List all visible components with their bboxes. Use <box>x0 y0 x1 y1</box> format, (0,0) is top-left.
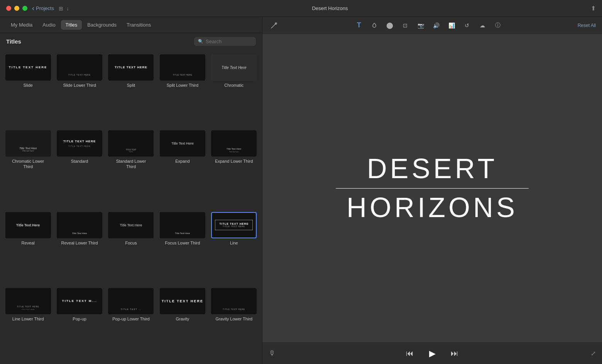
window-title: Desert Horizons <box>312 5 348 11</box>
title-item-label: Standard <box>71 158 88 164</box>
title-item-label: Split <box>127 83 135 88</box>
title-item-label: Chromatic <box>224 83 244 88</box>
titlebar-icons: ⬆ <box>591 5 596 12</box>
title-item-expand-lower[interactable]: Title Text Here Title text here Expand L… <box>209 129 259 209</box>
title-item-chromatic-lower[interactable]: Title Text Here Title text here Chromati… <box>3 129 53 209</box>
search-input[interactable] <box>206 39 252 44</box>
title-item-split[interactable]: TITLE TEXT HERE Split <box>106 53 156 127</box>
playback-controls: 🎙 ⏮ ▶ ⏭ ⤢ <box>262 342 602 364</box>
title-item-label: Expand <box>175 158 189 164</box>
title-item-reveal-lower[interactable]: Title Text Here Reveal Lower Third <box>54 211 104 285</box>
title-item-standard[interactable]: TITLE TEXT HERE TITLE TEXT HERE Standard <box>54 129 104 209</box>
title-item-label: Line Lower Third <box>12 316 44 322</box>
title-item-label: Pop-up Lower Third <box>112 316 149 322</box>
title-item-reveal[interactable]: Title Text Here Reveal <box>3 211 53 285</box>
play-button[interactable]: ▶ <box>425 347 439 361</box>
tab-backgrounds[interactable]: Backgrounds <box>83 20 121 30</box>
preview-content: DESERT HORIZONS <box>336 153 529 222</box>
title-item-label: Chromatic LowerThird <box>12 158 44 170</box>
grid-icon[interactable]: ⊞ <box>59 5 63 12</box>
crop-tool-icon[interactable]: ⊡ <box>400 20 411 31</box>
minimize-button[interactable] <box>14 6 19 11</box>
inspector-tools: T ⬤ ⊡ 📷 🔊 📊 ↺ ☁ ⓘ <box>353 20 503 31</box>
left-panel: My Media Audio Titles Backgrounds Transi… <box>0 17 262 364</box>
tab-titles[interactable]: Titles <box>61 20 82 30</box>
title-item-label: Gravity <box>176 316 189 322</box>
down-arrow-icon[interactable]: ↓ <box>66 5 69 12</box>
search-icon: 🔍 <box>198 39 203 44</box>
inspector-toolbar: T ⬤ ⊡ 📷 🔊 📊 ↺ ☁ ⓘ Reset All <box>262 17 602 34</box>
text-tool-icon[interactable]: T <box>353 20 364 31</box>
camera-tool-icon[interactable]: 📷 <box>415 20 426 31</box>
color-tool-icon[interactable]: ⬤ <box>384 20 395 31</box>
info-tool-icon[interactable]: ⓘ <box>492 20 503 31</box>
title-item-label: Focus <box>125 240 137 246</box>
title-item-focus-lower[interactable]: Title Text Here Focus Lower Third <box>157 211 207 285</box>
title-item-split-lower[interactable]: TITLE TEXT HERE Split Lower Third <box>157 53 207 127</box>
tab-bar: My Media Audio Titles Backgrounds Transi… <box>0 17 262 33</box>
main-container: My Media Audio Titles Backgrounds Transi… <box>0 17 602 364</box>
title-item-label: Line <box>230 240 238 246</box>
rewind-button[interactable]: ⏮ <box>404 347 416 360</box>
preview-area: DESERT HORIZONS <box>262 34 602 342</box>
title-item-popup[interactable]: TITLE TEXT M... Pop-up <box>54 286 104 361</box>
title-item-gravity-lower[interactable]: TITLE TEXT HERE Gravity Lower Third <box>209 286 259 361</box>
preview-divider <box>336 188 529 189</box>
title-item-slide-lower[interactable]: TITLE TEXT HERE Slide Lower Third <box>54 53 104 127</box>
title-item-label: Slide <box>23 83 32 88</box>
title-item-chromatic[interactable]: Title Text Here Chromatic <box>209 53 259 127</box>
title-item-popup-lower[interactable]: TITLE TEXT ... Pop-up Lower Third <box>106 286 156 361</box>
chart-tool-icon[interactable]: 📊 <box>446 20 457 31</box>
share-icon[interactable]: ⬆ <box>591 5 596 12</box>
title-item-label: Reveal Lower Third <box>61 240 98 246</box>
tab-my-media[interactable]: My Media <box>6 20 37 30</box>
titlebar: Projects ⊞ ↓ Desert Horizons ⬆ <box>0 0 602 17</box>
tab-audio[interactable]: Audio <box>38 20 60 30</box>
titles-grid: TITLE TEXT HERE Slide TITLE TEXT HERE Sl… <box>0 50 262 364</box>
titles-label: Titles <box>6 38 21 45</box>
close-button[interactable] <box>6 6 11 11</box>
noise-tool-icon[interactable]: ☁ <box>477 20 488 31</box>
title-item-label: Split Lower Third <box>167 83 198 88</box>
fullscreen-button[interactable]: ⤢ <box>591 350 596 357</box>
title-item-line[interactable]: TITLE TEXT HERE TITLE TEXT HERE Line <box>209 211 259 285</box>
title-item-label: Focus Lower Third <box>165 240 200 246</box>
title-item-label: Expand Lower Third <box>215 158 253 164</box>
title-item-line-lower[interactable]: TITLE TEXT HERE TITLE TEXT HERE Line Low… <box>3 286 53 361</box>
magic-wand-icon[interactable] <box>269 20 279 31</box>
search-box[interactable]: 🔍 <box>194 37 256 46</box>
preview-title-line2: HORIZONS <box>336 192 529 223</box>
maximize-button[interactable] <box>22 6 27 11</box>
preview-title-line1: DESERT <box>336 153 529 184</box>
forward-button[interactable]: ⏭ <box>448 347 461 360</box>
mic-button[interactable]: 🎙 <box>269 349 276 357</box>
title-item-label: Slide Lower Third <box>63 83 96 88</box>
style-tool-icon[interactable] <box>369 20 380 31</box>
title-item-label: Standard LowerThird <box>116 158 146 170</box>
titles-header: Titles 🔍 <box>0 33 262 50</box>
title-item-gravity[interactable]: TITLE TEXT HERE Gravity <box>157 286 207 361</box>
title-item-label: Gravity Lower Third <box>215 316 252 322</box>
title-item-label: Pop-up <box>73 316 86 322</box>
title-item-focus[interactable]: Title Text Here Focus <box>106 211 156 285</box>
traffic-lights <box>6 6 27 11</box>
speed-tool-icon[interactable]: ↺ <box>462 20 472 31</box>
title-item-standard-lower[interactable]: TITLE TEXT HERE Standard LowerThird <box>106 129 156 209</box>
title-item-expand[interactable]: Title Text Here Expand <box>157 129 207 209</box>
title-item-label: Reveal <box>22 240 35 246</box>
volume-tool-icon[interactable]: 🔊 <box>431 20 441 31</box>
back-button[interactable]: Projects <box>32 4 54 12</box>
nav-arrows: ⊞ ↓ <box>59 5 69 12</box>
title-item-slide[interactable]: TITLE TEXT HERE Slide <box>3 53 53 127</box>
reset-all-button[interactable]: Reset All <box>578 23 596 28</box>
right-panel: T ⬤ ⊡ 📷 🔊 📊 ↺ ☁ ⓘ Reset All DESERT HORIZ… <box>262 17 602 364</box>
tab-transitions[interactable]: Transitions <box>122 20 156 30</box>
